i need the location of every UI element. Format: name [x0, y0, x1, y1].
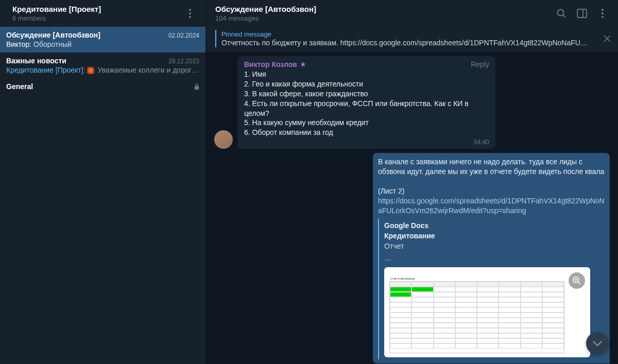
- messages-area[interactable]: Виктор Козлов ★ Reply 1. Имя 2. Гео и ка…: [206, 52, 618, 364]
- panel-icon: [577, 9, 587, 18]
- message-bubble[interactable]: Виктор Козлов ★ Reply 1. Имя 2. Гео и ка…: [238, 56, 495, 149]
- star-icon: ★: [300, 61, 306, 68]
- pinned-message-bar[interactable]: Pinned message Отчетность по бюджету и з…: [206, 27, 618, 52]
- chat-item-preview: Виктор: Оборотный: [6, 40, 199, 48]
- sidebar: Кредитование [Проект] 6 members Обсужден…: [0, 0, 206, 364]
- main-title: Обсуждение [Автообзвон]: [215, 5, 316, 13]
- chat-item[interactable]: Обсуждение [Автообзвон] 02.02.2024 Викто…: [0, 27, 205, 53]
- svg-rect-5: [577, 9, 587, 18]
- message-bubble[interactable]: В канале с заявками ничего не надо делат…: [373, 153, 610, 363]
- more-vertical-icon: [189, 9, 191, 18]
- svg-point-0: [189, 9, 191, 11]
- more-vertical-icon: [602, 9, 604, 18]
- preview-image[interactable]: Отчет в автообзвону: [384, 267, 590, 357]
- zoom-icon: [572, 276, 581, 285]
- emoji-icon: [87, 67, 94, 74]
- lock-icon: [194, 83, 199, 90]
- svg-line-4: [563, 15, 566, 18]
- sidebar-title: Кредитование [Проект]: [12, 5, 101, 13]
- zoom-button[interactable]: [569, 272, 585, 289]
- pinned-close-button[interactable]: [604, 35, 611, 42]
- pinned-label: Pinned message: [221, 30, 598, 38]
- main-header: Обсуждение [Автообзвон] 104 messages: [206, 0, 618, 27]
- chat-item-title: General: [6, 82, 33, 91]
- link-preview-card[interactable]: Google Docs Кредитование Отчет … Отчет в…: [378, 219, 605, 360]
- message-time: 04:40: [244, 138, 489, 146]
- chevron-down-icon: [592, 340, 603, 346]
- sidebar-subtitle: 6 members: [12, 14, 101, 22]
- preview-desc: Отчет: [384, 241, 605, 251]
- sidebar-header: Кредитование [Проект] 6 members: [0, 0, 205, 27]
- search-button[interactable]: [552, 4, 571, 23]
- search-icon: [556, 8, 566, 19]
- message-author[interactable]: Виктор Козлов ★: [244, 60, 306, 68]
- preview-source: Google Docs: [384, 221, 605, 231]
- preview-ellipsis: …: [384, 253, 605, 263]
- chat-item[interactable]: Важные новости 29.12.2023 Кредитование […: [0, 53, 205, 78]
- message-link[interactable]: https://docs.google.com/spreadsheets/d/1…: [378, 197, 605, 215]
- main-subtitle: 104 messages: [215, 14, 316, 22]
- svg-point-2: [189, 16, 191, 18]
- scroll-down-button[interactable]: [586, 332, 609, 355]
- sheet-thumb-label: Отчет в автообзвону: [389, 276, 585, 281]
- avatar[interactable]: [214, 130, 233, 149]
- sidebar-more-button[interactable]: [181, 4, 199, 23]
- sidebar-title-group[interactable]: Кредитование [Проект] 6 members: [12, 5, 101, 22]
- chat-item-preview: Кредитование [Проект]: Уважаемые коллеги…: [6, 66, 199, 74]
- main-title-group[interactable]: Обсуждение [Автообзвон] 104 messages: [215, 5, 316, 22]
- chat-item-date: 02.02.2024: [168, 32, 199, 39]
- chat-item-date: 29.12.2023: [168, 58, 199, 65]
- chat-item-title: Обсуждение [Автообзвон]: [6, 31, 100, 39]
- message-text: (Лист 2): [378, 186, 605, 196]
- svg-point-7: [602, 9, 604, 11]
- chat-list: Обсуждение [Автообзвон] 02.02.2024 Викто…: [0, 27, 205, 364]
- chat-item[interactable]: General: [0, 78, 205, 95]
- svg-point-3: [558, 10, 564, 16]
- svg-line-13: [578, 282, 580, 284]
- chat-item-title: Важные новости: [6, 57, 66, 65]
- message-incoming: Виктор Козлов ★ Reply 1. Имя 2. Гео и ка…: [214, 56, 610, 149]
- sidebar-toggle-button[interactable]: [573, 4, 591, 23]
- message-body: 1. Имя 2. Гео и какая форма деятельности…: [244, 70, 489, 137]
- preview-title: Кредитование: [384, 231, 605, 241]
- svg-point-1: [189, 12, 191, 14]
- pin-indicator: [215, 30, 216, 47]
- message-text: В канале с заявками ничего не надо делат…: [378, 157, 605, 177]
- message-outgoing: В канале с заявками ничего не надо делат…: [214, 153, 610, 363]
- close-icon: [604, 35, 611, 42]
- spreadsheet-thumbnail: [389, 281, 564, 353]
- pinned-text: Отчетность по бюджету и заявкам. https:/…: [221, 39, 598, 47]
- reply-button[interactable]: Reply: [471, 60, 489, 68]
- svg-point-8: [602, 12, 604, 14]
- main-area: Обсуждение [Автообзвон] 104 messages Pin…: [206, 0, 618, 364]
- main-more-button[interactable]: [593, 4, 612, 23]
- svg-point-9: [602, 16, 604, 18]
